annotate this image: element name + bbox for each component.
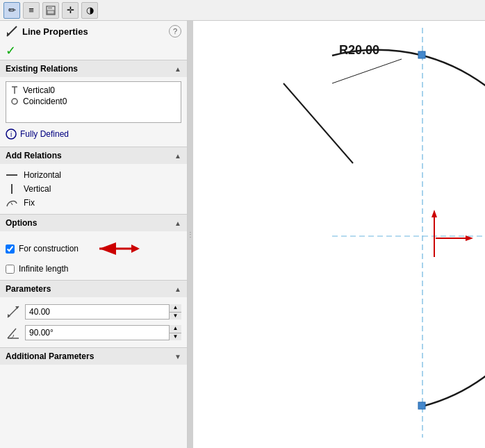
annotation-arrow xyxy=(85,238,141,260)
additional-parameters-chevron: ▼ xyxy=(174,353,181,360)
param-row-2: ▲ ▼ xyxy=(6,322,181,343)
for-construction-checkbox[interactable] xyxy=(6,244,15,254)
existing-relations-content: Vertical0 Coincident0 i Fully Defined xyxy=(0,77,187,147)
angle-input[interactable] xyxy=(25,325,181,340)
length-input-wrap: ▲ ▼ xyxy=(25,304,181,320)
canvas-area[interactable]: R20.00 xyxy=(193,21,485,448)
length-input[interactable] xyxy=(25,304,181,320)
options-chevron: ▲ xyxy=(174,219,181,227)
panel-divider[interactable]: ⋮ xyxy=(188,21,193,448)
coincident-relation-icon xyxy=(9,97,20,106)
angle-spin-down[interactable]: ▼ xyxy=(170,333,181,341)
add-relations-header[interactable]: Add Relations ▲ xyxy=(0,147,187,164)
svg-line-10 xyxy=(11,203,13,205)
svg-rect-2 xyxy=(47,10,54,14)
angle-icon xyxy=(6,325,21,340)
radius-label: R20.00 xyxy=(339,43,379,57)
angle-input-wrap: ▲ ▼ xyxy=(25,325,181,340)
horizontal-icon xyxy=(6,171,18,179)
svg-marker-13 xyxy=(131,244,140,253)
panel-title: Line Properties xyxy=(22,26,169,37)
vertical-relation-icon xyxy=(9,86,20,94)
existing-relations-header[interactable]: Existing Relations ▲ xyxy=(0,60,187,77)
svg-text:i: i xyxy=(10,131,12,138)
existing-relations-chevron: ▲ xyxy=(174,65,181,73)
length-spinners: ▲ ▼ xyxy=(169,304,181,320)
add-relations-content: Horizontal Vertical Fix xyxy=(0,164,187,214)
parameters-content: ▲ ▼ ▲ ▼ xyxy=(0,297,187,347)
svg-rect-21 xyxy=(418,402,425,409)
options-content: For construction xyxy=(0,231,187,280)
angle-spin-up[interactable]: ▲ xyxy=(170,325,181,333)
accept-button[interactable]: ✓ xyxy=(0,42,187,60)
length-spin-up[interactable]: ▲ xyxy=(170,304,181,313)
additional-parameters-section: Additional Parameters ▼ xyxy=(0,347,187,365)
sketch-canvas: R20.00 xyxy=(193,21,485,448)
additional-parameters-header[interactable]: Additional Parameters ▼ xyxy=(0,348,187,365)
help-button[interactable]: ? xyxy=(169,25,181,38)
list-item: Vertical0 xyxy=(9,85,178,96)
vertical-relation-item[interactable]: Vertical xyxy=(6,182,181,196)
existing-relations-section: Existing Relations ▲ Vertical0 Coinciden… xyxy=(0,60,187,147)
svg-marker-23 xyxy=(431,210,437,217)
length-icon xyxy=(6,304,21,320)
horizontal-relation-item[interactable]: Horizontal xyxy=(6,168,181,182)
param-row-1: ▲ ▼ xyxy=(6,301,181,322)
vertical-icon xyxy=(6,185,18,193)
fully-defined-status: i Fully Defined xyxy=(6,126,181,142)
toolbar: ✏ ≡ ✛ ◑ xyxy=(0,0,485,21)
parameters-section: Parameters ▲ ▲ ▼ xyxy=(0,280,187,347)
infinite-length-label[interactable]: Infinite length xyxy=(19,264,68,274)
svg-rect-1 xyxy=(48,6,52,9)
svg-point-7 xyxy=(12,99,17,104)
fix-relation-item[interactable]: Fix xyxy=(6,196,181,210)
list-item: Coincident0 xyxy=(9,96,178,107)
save-button[interactable] xyxy=(42,2,59,19)
options-section: Options ▲ For construction xyxy=(0,214,187,280)
sketch-tool-button[interactable]: ✏ xyxy=(3,2,20,19)
parameters-header[interactable]: Parameters ▲ xyxy=(0,281,187,297)
line-properties-icon xyxy=(6,25,18,38)
add-relations-section: Add Relations ▲ Horizontal Vertical Fix xyxy=(0,147,187,214)
info-icon: i xyxy=(6,128,17,140)
left-panel: Line Properties ? ✓ Existing Relations ▲… xyxy=(0,21,188,448)
list-button[interactable]: ≡ xyxy=(23,2,40,19)
fix-icon xyxy=(6,199,18,207)
for-construction-row: For construction xyxy=(6,235,181,262)
for-construction-label[interactable]: For construction xyxy=(19,244,79,254)
infinite-length-row: Infinite length xyxy=(6,262,181,276)
svg-rect-20 xyxy=(418,51,425,58)
move-button[interactable]: ✛ xyxy=(62,2,79,19)
svg-line-18 xyxy=(283,83,353,163)
palette-button[interactable]: ◑ xyxy=(81,2,98,19)
length-spin-down[interactable]: ▼ xyxy=(170,313,181,320)
angle-spinners: ▲ ▼ xyxy=(169,325,181,340)
add-relations-chevron: ▲ xyxy=(174,152,181,160)
main-content: Line Properties ? ✓ Existing Relations ▲… xyxy=(0,21,485,448)
options-header[interactable]: Options ▲ xyxy=(0,215,187,231)
svg-line-19 xyxy=(332,59,402,83)
infinite-length-checkbox[interactable] xyxy=(6,265,15,274)
panel-header: Line Properties ? xyxy=(0,21,187,42)
relations-box: Vertical0 Coincident0 xyxy=(6,81,181,123)
parameters-chevron: ▲ xyxy=(174,285,181,293)
